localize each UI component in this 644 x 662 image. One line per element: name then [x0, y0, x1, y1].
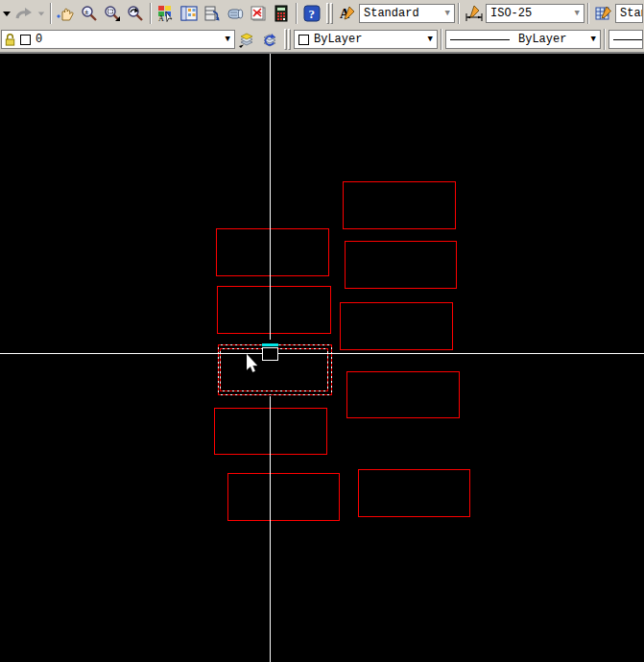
chevron-down-icon[interactable]: ▼	[424, 35, 437, 44]
svg-text:?: ?	[309, 7, 316, 21]
tool-palettes-icon[interactable]	[201, 2, 224, 25]
zoom-previous-icon[interactable]	[124, 2, 147, 25]
chevron-down-icon[interactable]: ▼	[222, 35, 234, 44]
chevron-down-icon[interactable]: ▼	[571, 9, 584, 18]
table-style-value: Standard	[620, 7, 643, 20]
rectangle-entity[interactable]	[346, 371, 460, 418]
color-combo[interactable]: ByLayer ▼	[294, 30, 438, 49]
zoom-window-icon[interactable]	[101, 2, 124, 25]
table-style-combo[interactable]: Standard	[615, 4, 643, 23]
properties-icon[interactable]: A	[155, 2, 178, 25]
separator	[604, 29, 606, 50]
svg-text:±: ±	[84, 8, 89, 16]
separator	[296, 3, 298, 24]
layer-color-swatch	[20, 35, 31, 45]
redo-icon[interactable]	[12, 2, 36, 25]
markup-set-manager-icon[interactable]	[247, 2, 270, 25]
dim-style-icon[interactable]	[463, 2, 486, 25]
selection-highlight	[262, 343, 278, 346]
toolbar-grip[interactable]	[284, 29, 291, 50]
svg-text:A: A	[158, 14, 164, 23]
chevron-down-icon[interactable]: ▼	[441, 9, 454, 18]
autocad-window: ±	[0, 0, 644, 662]
lineweight-combo[interactable]	[608, 30, 643, 49]
zoom-realtime-icon[interactable]: ±	[78, 2, 101, 25]
text-style-value: Standard	[364, 7, 419, 20]
lineweight-sample	[613, 39, 643, 40]
pickbox	[262, 347, 278, 361]
help-icon[interactable]: ?	[300, 2, 323, 25]
drawing-canvas[interactable]	[0, 54, 644, 662]
undo-overflow-icon[interactable]	[1, 2, 12, 25]
separator	[587, 3, 589, 24]
chevron-down-icon[interactable]: ▼	[587, 35, 600, 44]
linetype-value: ByLayer	[518, 33, 566, 46]
standard-toolbar: ±	[0, 0, 644, 27]
rectangle-entity[interactable]	[345, 241, 457, 289]
layers-properties-toolbar: 0 ▼ ByLayer ▼	[0, 27, 644, 54]
sheet-set-manager-icon[interactable]	[224, 2, 247, 25]
rectangle-entity[interactable]	[343, 181, 456, 229]
color-value: ByLayer	[314, 33, 362, 46]
make-object-layer-current-icon[interactable]	[235, 28, 258, 51]
separator	[150, 3, 152, 24]
separator	[50, 3, 52, 24]
table-style-icon[interactable]	[592, 2, 615, 25]
linetype-combo[interactable]: ByLayer ▼	[445, 30, 601, 49]
text-style-icon[interactable]: A	[336, 2, 359, 25]
linetype-sample	[450, 39, 510, 40]
layer-lock-icon	[3, 32, 17, 47]
dim-style-combo[interactable]: ISO-25 ▼	[486, 4, 584, 23]
rectangle-entity[interactable]	[216, 228, 329, 276]
dim-style-value: ISO-25	[490, 7, 532, 20]
layer-combo[interactable]: 0 ▼	[1, 30, 235, 49]
pan-icon[interactable]	[55, 2, 78, 25]
separator	[441, 29, 442, 50]
mouse-cursor-icon	[247, 354, 258, 373]
redo-overflow-icon[interactable]	[36, 2, 47, 25]
rectangle-entity[interactable]	[217, 286, 331, 334]
layer-name: 0	[36, 33, 42, 46]
rectangle-entity[interactable]	[340, 302, 453, 350]
designcenter-icon[interactable]	[178, 2, 201, 25]
quickcalc-icon[interactable]	[270, 2, 293, 25]
color-swatch	[298, 35, 309, 45]
toolbar-grip[interactable]	[326, 3, 333, 24]
rectangle-entity[interactable]	[227, 473, 340, 521]
rectangle-entity[interactable]	[358, 469, 470, 517]
layer-previous-icon[interactable]	[258, 28, 281, 51]
separator	[458, 3, 460, 24]
text-style-combo[interactable]: Standard ▼	[359, 4, 455, 23]
rectangle-entity[interactable]	[214, 408, 327, 455]
